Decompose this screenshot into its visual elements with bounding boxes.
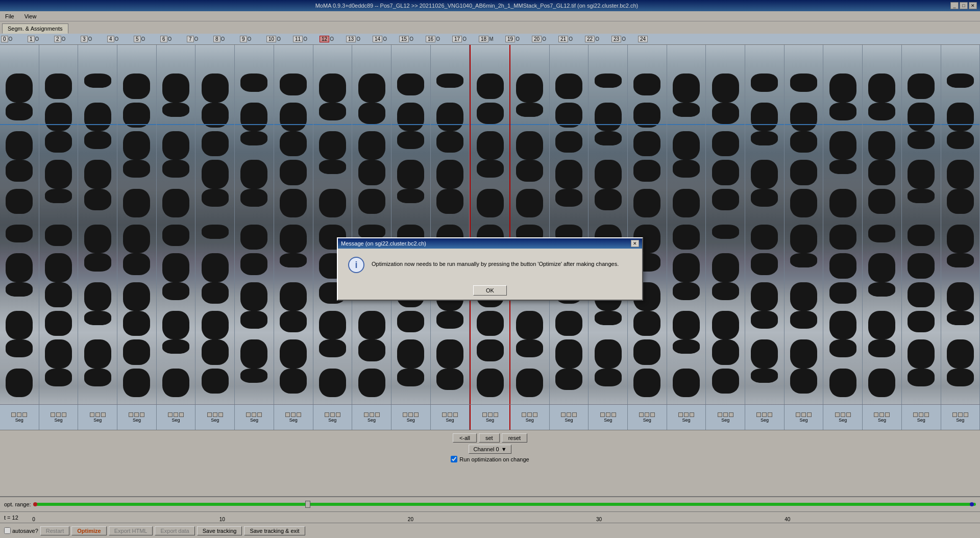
modal-icon-text: i <box>355 260 357 271</box>
modal-titlebar: Message (on sgi22.cluster.bc2.ch) ✕ <box>338 238 642 249</box>
modal-close-button[interactable]: ✕ <box>631 240 639 247</box>
modal-footer: OK <box>338 281 642 300</box>
ok-button[interactable]: OK <box>473 285 507 296</box>
modal-title: Message (on sgi22.cluster.bc2.ch) <box>341 240 426 247</box>
modal-dialog: Message (on sgi22.cluster.bc2.ch) ✕ i Op… <box>337 237 643 301</box>
modal-body: i Optimization now needs to be run manua… <box>338 249 642 281</box>
modal-info-icon: i <box>348 257 364 273</box>
modal-message: Optimization now needs to be run manuall… <box>372 257 619 268</box>
modal-overlay: Message (on sgi22.cluster.bc2.ch) ✕ i Op… <box>0 0 980 538</box>
